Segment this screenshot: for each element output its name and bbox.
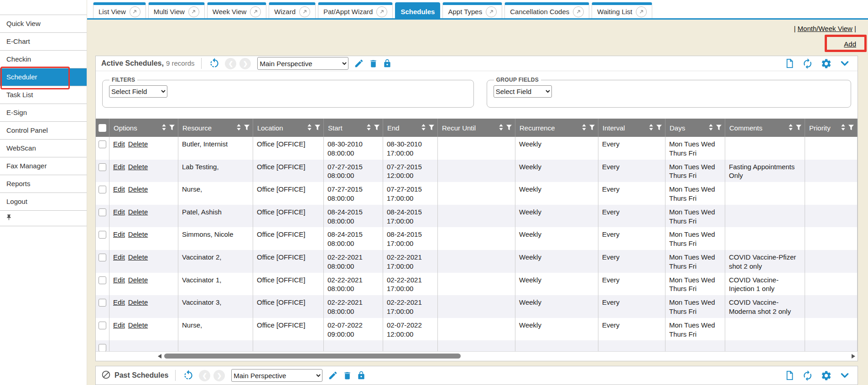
- sort-icon[interactable]: [499, 124, 504, 132]
- delete-link[interactable]: Delete: [128, 230, 148, 238]
- next-page-icon[interactable]: ❯: [239, 58, 251, 69]
- row-checkbox[interactable]: [99, 231, 106, 239]
- row-checkbox[interactable]: [99, 140, 106, 148]
- filter-icon[interactable]: [795, 124, 802, 132]
- sidebar-item-reports[interactable]: Reports: [0, 175, 87, 193]
- undo-icon[interactable]: [208, 57, 220, 69]
- scroll-right-arrow-icon[interactable]: [852, 354, 855, 359]
- edit-link[interactable]: Edit: [113, 140, 125, 148]
- delete-trash-icon[interactable]: [343, 371, 352, 380]
- lock-icon[interactable]: [357, 371, 366, 380]
- popout-icon[interactable]: [250, 6, 261, 17]
- filter-icon[interactable]: [848, 124, 854, 132]
- row-checkbox[interactable]: [99, 163, 106, 171]
- header-cell-comments[interactable]: Comments: [725, 119, 805, 137]
- tab-schedules[interactable]: Schedules: [395, 2, 440, 18]
- sort-icon[interactable]: [161, 124, 166, 132]
- header-cell-end[interactable]: End: [383, 119, 438, 137]
- delete-link[interactable]: Delete: [128, 276, 148, 284]
- sort-icon[interactable]: [307, 124, 312, 132]
- row-checkbox[interactable]: [99, 254, 106, 261]
- edit-pencil-icon[interactable]: [354, 58, 364, 68]
- filter-icon[interactable]: [428, 124, 435, 132]
- sidebar-item-control-panel[interactable]: Control Panel: [0, 122, 87, 140]
- popout-icon[interactable]: [376, 6, 387, 17]
- sort-icon[interactable]: [366, 124, 371, 132]
- refresh-icon[interactable]: [802, 58, 813, 69]
- sort-icon[interactable]: [582, 124, 587, 132]
- settings-gear-icon[interactable]: [821, 58, 832, 69]
- delete-link[interactable]: Delete: [128, 253, 148, 261]
- header-cell-start[interactable]: Start: [324, 119, 383, 137]
- tab-waiting-list[interactable]: Waiting List: [592, 2, 652, 18]
- edit-link[interactable]: Edit: [113, 208, 125, 216]
- popout-icon[interactable]: [188, 6, 199, 17]
- horizontal-scrollbar[interactable]: [96, 351, 858, 361]
- sort-icon[interactable]: [841, 124, 846, 132]
- header-cell-priority[interactable]: Priority: [805, 119, 858, 137]
- tab-cancellation-codes[interactable]: Cancellation Codes: [504, 2, 589, 18]
- sidebar-item-scheduler[interactable]: Scheduler: [0, 68, 87, 86]
- previous-page-icon[interactable]: ❮: [199, 370, 210, 381]
- header-cell-interval[interactable]: Interval: [598, 119, 665, 137]
- collapse-chevron-icon[interactable]: [839, 371, 850, 380]
- sidebar-item-logout[interactable]: Logout: [0, 193, 87, 211]
- sidebar-pin-row[interactable]: [0, 211, 87, 226]
- edit-link[interactable]: Edit: [113, 185, 125, 193]
- settings-gear-icon[interactable]: [821, 370, 832, 381]
- row-checkbox[interactable]: [99, 322, 106, 329]
- sort-icon[interactable]: [236, 124, 241, 132]
- popout-icon[interactable]: [636, 6, 647, 17]
- popout-icon[interactable]: [299, 6, 310, 17]
- sort-icon[interactable]: [788, 124, 793, 132]
- popout-icon[interactable]: [486, 6, 497, 17]
- previous-page-icon[interactable]: ❮: [225, 58, 236, 69]
- push-pin-icon[interactable]: [5, 214, 12, 223]
- month-week-view-link[interactable]: Month/Week View: [798, 25, 852, 32]
- tab-list-view[interactable]: List View: [93, 2, 146, 18]
- filter-icon[interactable]: [589, 124, 595, 132]
- lock-icon[interactable]: [383, 59, 392, 68]
- tab-multi-view[interactable]: Multi View: [148, 2, 205, 18]
- edit-link[interactable]: Edit: [113, 298, 125, 306]
- tab-pat-appt-wizard[interactable]: Pat/Appt Wizard: [318, 2, 393, 18]
- sidebar-item-quick-view[interactable]: Quick View: [0, 15, 87, 33]
- delete-link[interactable]: Delete: [128, 140, 148, 148]
- scroll-left-arrow-icon[interactable]: [158, 354, 161, 359]
- edit-link[interactable]: Edit: [113, 163, 125, 171]
- delete-link[interactable]: Delete: [128, 208, 148, 216]
- row-checkbox[interactable]: [99, 276, 106, 284]
- header-cell-recur-until[interactable]: Recur Until: [438, 119, 515, 137]
- undo-icon[interactable]: [182, 369, 194, 381]
- sidebar-item-e-sign[interactable]: E-Sign: [0, 104, 87, 122]
- sidebar-item-fax-manager[interactable]: Fax Manager: [0, 157, 87, 175]
- filter-icon[interactable]: [244, 124, 250, 132]
- select-all-checkbox[interactable]: [99, 124, 106, 132]
- row-checkbox[interactable]: [99, 186, 106, 193]
- edit-pencil-icon[interactable]: [328, 370, 338, 380]
- sort-icon[interactable]: [421, 124, 426, 132]
- header-cell-location[interactable]: Location: [253, 119, 324, 137]
- header-cell-recurrence[interactable]: Recurrence: [515, 119, 598, 137]
- new-page-icon[interactable]: [785, 370, 795, 381]
- row-checkbox[interactable]: [99, 344, 106, 352]
- header-cell-days[interactable]: Days: [665, 119, 725, 137]
- header-cell-options[interactable]: Options: [109, 119, 178, 137]
- sidebar-item-webscan[interactable]: WebScan: [0, 140, 87, 157]
- perspective-select[interactable]: Main Perspective: [257, 57, 348, 70]
- delete-link[interactable]: Delete: [128, 185, 148, 193]
- edit-link[interactable]: Edit: [113, 276, 125, 284]
- past-perspective-select[interactable]: Main Perspective: [231, 369, 322, 382]
- add-schedule-link[interactable]: Add: [844, 40, 856, 48]
- scrollbar-thumb[interactable]: [164, 354, 461, 359]
- delete-link[interactable]: Delete: [128, 298, 148, 306]
- filter-icon[interactable]: [314, 124, 321, 132]
- next-page-icon[interactable]: ❯: [213, 370, 225, 381]
- filter-icon[interactable]: [716, 124, 722, 132]
- tab-week-view[interactable]: Week View: [207, 2, 266, 18]
- filter-icon[interactable]: [506, 124, 512, 132]
- filter-icon[interactable]: [169, 124, 175, 132]
- sidebar-item-checkin[interactable]: Checkin: [0, 51, 87, 68]
- filters-field-select[interactable]: Select Field: [109, 85, 167, 98]
- collapse-chevron-icon[interactable]: [839, 59, 850, 68]
